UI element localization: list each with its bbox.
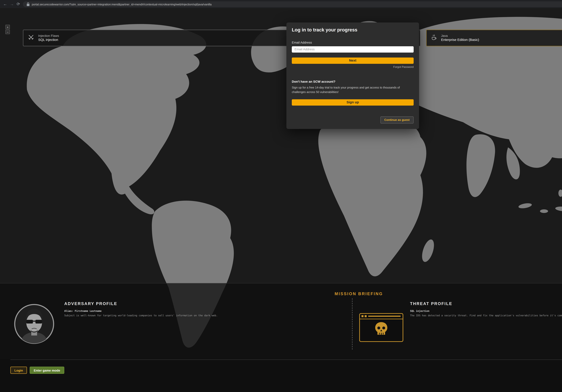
footer-login-button[interactable]: Login	[10, 367, 27, 374]
signup-heading: Don't have an SCW account?	[292, 80, 414, 83]
dashed-connector	[352, 298, 352, 349]
map-zoom-in-button[interactable]: +	[5, 25, 10, 29]
language-label: Java	[441, 34, 479, 37]
skull-icon	[359, 313, 403, 342]
category-name-label: SQL injection	[38, 38, 59, 42]
adversary-avatar	[13, 303, 55, 345]
browser-refresh-button[interactable]: ⟳	[17, 2, 20, 6]
mission-title: MISSION BRIEFING	[0, 291, 562, 296]
threat-description: The IDS has detected a security threat. …	[410, 314, 562, 317]
mission-briefing-section: MISSION BRIEFING ADVERS	[0, 283, 562, 360]
threat-name: SQL injection	[410, 310, 562, 312]
crossed-swords-icon	[28, 34, 34, 42]
url-text: portal.securecodewarrior.com/?utm_source…	[32, 2, 211, 6]
map-zoom-out-button[interactable]: −	[5, 30, 10, 34]
next-button[interactable]: Next	[292, 57, 414, 64]
game-mode-button[interactable]: Enter game mode	[30, 367, 64, 374]
threat-profile: THREAT PROFILE SQL injection The IDS has…	[410, 302, 562, 317]
modal-title: Log in to track your progress	[292, 27, 414, 32]
signup-button[interactable]: Sign up	[292, 99, 414, 105]
language-selector[interactable]: Java Enterprise Edition (Basic) REMEMBER…	[426, 30, 562, 46]
email-input[interactable]	[292, 46, 414, 52]
adversary-alias: Alias: Firstname Lastname	[64, 310, 289, 312]
footer-divider	[10, 359, 562, 360]
adversary-heading: ADVERSARY PROFILE	[64, 302, 289, 306]
browser-toolbar: ← → ⟳ portal.securecodewarrior.com/?utm_…	[0, 0, 562, 8]
page: ← → ⟳ portal.securecodewarrior.com/?utm_…	[0, 0, 562, 392]
threat-heading: THREAT PROFILE	[410, 302, 562, 306]
framework-label: Enterprise Edition (Basic)	[441, 38, 479, 42]
url-bar[interactable]: portal.securecodewarrior.com/?utm_source…	[23, 1, 562, 7]
browser-forward-button[interactable]: →	[10, 2, 14, 6]
adversary-profile: ADVERSARY PROFILE Alias: Firstname Lastn…	[64, 302, 289, 317]
java-icon	[431, 34, 437, 42]
threat-window	[359, 313, 403, 342]
continue-as-guest-button[interactable]: Continue as guest	[380, 116, 414, 123]
signup-description: Sign up for a free 14-day trial to track…	[292, 85, 414, 94]
lock-icon	[26, 0, 29, 8]
browser-back-button[interactable]: ←	[3, 2, 7, 6]
modal-footer: Continue as guest	[292, 116, 414, 123]
adversary-description: Subject is well-known for targeting worl…	[64, 314, 289, 317]
email-label: Email Address	[292, 41, 414, 44]
login-modal: Log in to track your progress Email Addr…	[286, 22, 419, 129]
category-group-label: Injection Flaws	[38, 34, 59, 37]
footer-bar: Login Enter game mode The map is based o…	[0, 359, 562, 392]
forgot-password-link[interactable]: Forgot Password	[292, 65, 414, 68]
